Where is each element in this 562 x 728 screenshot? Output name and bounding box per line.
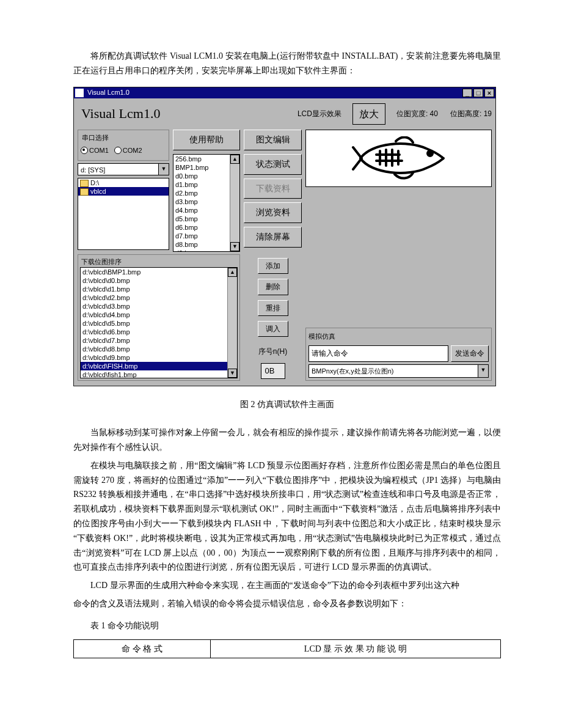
bitmap-width-label: 位图宽度: 40 (396, 108, 438, 120)
paragraph-4: LCD 显示界面的生成用六种命令来实现，在主画面的“发送命令”下边的命令列表框中… (73, 578, 501, 593)
download-order-legend: 下载位图排序 (80, 256, 123, 268)
simulation-group: 模拟仿真 请输入命令 发送命令 BMPnxy(在x,y处显示位图n) ▼ (305, 328, 492, 381)
help-button[interactable]: 使用帮助 (173, 130, 240, 150)
radio-dot-icon (81, 147, 88, 154)
sequence-value: 0B (261, 363, 285, 379)
figure-caption: 图 2 仿真调试软件主画面 (73, 397, 501, 412)
com-port-legend: 串口选择 (81, 132, 166, 144)
lcd-preview (305, 130, 492, 187)
send-command-button[interactable]: 发送命令 (451, 345, 489, 361)
reorder-button[interactable]: 重排 (258, 300, 288, 316)
table-header-row: 命 令 格 式 LCD 显 示 效 果 功 能 说 明 (74, 639, 501, 658)
command-table: 命 令 格 式 LCD 显 示 效 果 功 能 说 明 (73, 639, 501, 659)
paragraph-5: 命令的含义及语法规则，若输入错误的命令将会提示错误信息，命令及各参数说明如下： (73, 597, 501, 611)
download-list-item[interactable]: d:\vblcd\d0.bmp (81, 276, 237, 285)
clear-screen-button[interactable]: 清除屏幕 (244, 227, 302, 248)
minimize-button[interactable]: _ (462, 89, 472, 97)
radio-dot-icon (114, 147, 122, 154)
window-title: Visual Lcm1.0 (86, 87, 462, 98)
download-order-group: 下载位图排序 ▲ ▼ d:\vblcd\BMP1.bmpd:\vblcd\d0.… (78, 254, 240, 381)
download-list-item[interactable]: d:\vblcd\d6.bmp (81, 328, 237, 336)
zoom-button[interactable]: 放大 (352, 103, 385, 125)
com1-radio[interactable]: COM1 (81, 145, 109, 156)
app-window: Visual Lcm1.0 _ □ × Visual Lcm1.0 LCD显示效… (73, 87, 496, 387)
download-list-item[interactable]: d:\vblcd\BMP1.bmp (81, 268, 237, 276)
maximize-button[interactable]: □ (473, 89, 483, 97)
add-button[interactable]: 添加 (258, 258, 288, 274)
folder-item-selected[interactable]: vblcd (78, 187, 169, 196)
window-titlebar: Visual Lcm1.0 _ □ × (74, 87, 495, 98)
scroll-down-icon[interactable]: ▼ (228, 369, 237, 378)
scrollbar[interactable]: ▲ ▼ (227, 268, 237, 378)
intro-paragraph: 将所配仿真调试软件 Visual LCM1.0 安装在电脑上(运行附带软盘中 I… (73, 49, 501, 78)
app-title-label: Visual Lcm1.0 (81, 102, 160, 125)
drive-value: d: [SYS] (78, 164, 158, 175)
status-test-button[interactable]: 状态测试 (244, 154, 302, 175)
download-list-item[interactable]: d:\vblcd\d1.bmp (81, 285, 237, 293)
close-button[interactable]: × (484, 89, 494, 97)
com1-label: COM1 (89, 145, 109, 156)
download-order-list[interactable]: ▲ ▼ d:\vblcd\BMP1.bmpd:\vblcd\d0.bmpd:\v… (80, 267, 238, 378)
bitmap-height-label: 位图高度: 19 (450, 108, 492, 120)
browse-button[interactable]: 浏览资料 (244, 202, 302, 223)
delete-button[interactable]: 删除 (258, 279, 288, 295)
screenshot-figure: Visual Lcm1.0 _ □ × Visual Lcm1.0 LCD显示效… (73, 87, 501, 387)
download-list-item[interactable]: d:\vblcd\d8.bmp (81, 345, 237, 353)
download-list-item[interactable]: d:\vblcd\d5.bmp (81, 319, 237, 328)
command-select[interactable]: BMPnxy(在x,y处显示位图n) ▼ (308, 364, 489, 378)
download-list-item[interactable]: d:\vblcd\d7.bmp (81, 336, 237, 345)
command-input[interactable]: 请输入命令 (308, 345, 448, 361)
command-select-value: BMPnxy(在x,y处显示位图n) (309, 365, 478, 378)
scrollbar[interactable]: ▲ ▼ (230, 155, 239, 251)
com2-label: COM2 (123, 145, 142, 156)
file-list[interactable]: ▲ ▼ 256.bmpBMP1.bmpd0.bmpd1.bmpd2.bmpd3.… (173, 154, 240, 252)
chevron-down-icon: ▼ (478, 365, 488, 378)
download-list-item[interactable]: d:\vblcd\d3.bmp (81, 302, 237, 311)
download-list-item[interactable]: d:\vblcd\FISH.bmp (81, 362, 237, 370)
scroll-up-icon[interactable]: ▲ (228, 268, 237, 277)
app-icon (75, 89, 84, 97)
edit-button[interactable]: 图文编辑 (244, 130, 302, 150)
paragraph-2: 当鼠标移动到某可操作对象上停留一会儿，就会有相应的操作提示，建议操作前请先将各功… (73, 425, 501, 455)
table-header-desc: LCD 显 示 效 果 功 能 说 明 (210, 639, 500, 658)
chevron-down-icon: ▼ (158, 164, 169, 175)
folder-icon (80, 188, 89, 196)
folder-item[interactable]: D:\ (78, 178, 169, 187)
download-button[interactable]: 下载资料 (244, 178, 302, 199)
folder-list[interactable]: D:\ vblcd (78, 178, 169, 250)
simulation-legend: 模拟仿真 (308, 331, 489, 342)
download-list-item[interactable]: d:\vblcd\d9.bmp (81, 353, 237, 362)
table-header-format: 命 令 格 式 (74, 639, 211, 658)
com2-radio[interactable]: COM2 (114, 145, 142, 156)
download-list-item[interactable]: d:\vblcd\d4.bmp (81, 311, 237, 319)
scroll-down-icon[interactable]: ▼ (230, 242, 239, 251)
fish-icon (341, 136, 457, 180)
svg-point-0 (428, 151, 432, 156)
folder-icon (80, 180, 89, 187)
load-button[interactable]: 调入 (258, 321, 288, 337)
com-port-group: 串口选择 COM1 COM2 (78, 130, 169, 161)
sequence-label: 序号n(H) (258, 345, 287, 358)
lcd-effect-label: LCD显示效果 (297, 108, 341, 120)
table-label: 表 1 命令功能说明 (73, 619, 501, 633)
download-list-item[interactable]: d:\vblcd\d2.bmp (81, 293, 237, 302)
drive-select[interactable]: d: [SYS] ▼ (78, 163, 169, 175)
scroll-up-icon[interactable]: ▲ (230, 155, 239, 164)
paragraph-3: 在模块与电脑联接之前，用“图文编辑”将 LCD 预显示位图画好存档，注意所作位图… (73, 458, 501, 575)
download-list-item[interactable]: d:\vblcd\fish1.bmp (81, 370, 237, 378)
